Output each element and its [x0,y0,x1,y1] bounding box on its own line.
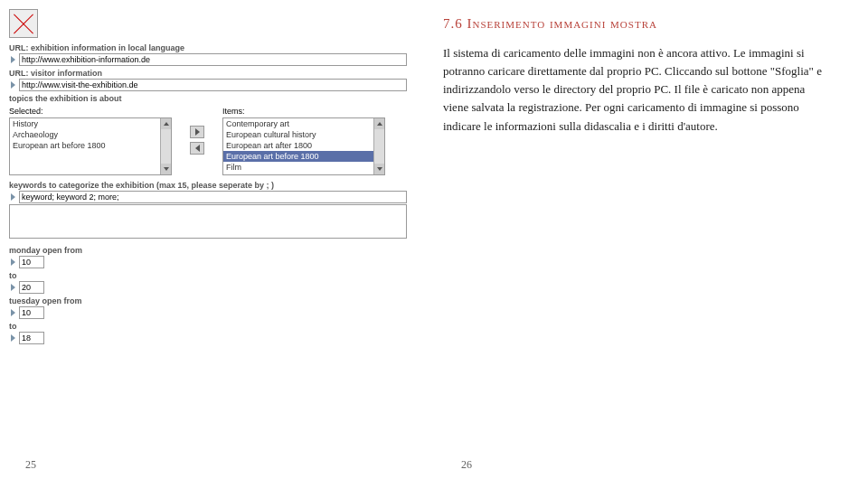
tuesday-from-input[interactable] [19,306,44,319]
monday-to-input[interactable] [19,281,44,294]
selected-sublabel: Selected: [9,107,172,116]
list-item[interactable]: Film [223,162,384,173]
broken-image-icon [9,9,38,38]
url1-label: URL: exhibition information in local lan… [9,43,407,52]
scroll-down-icon[interactable] [161,164,171,174]
form-screenshot: URL: exhibition information in local lan… [9,9,407,345]
list-item[interactable]: Contemporary art [223,118,384,129]
caret-icon [11,258,15,266]
move-right-button[interactable] [190,126,204,138]
list-item[interactable]: European art before 1800 [223,151,384,162]
list-item[interactable]: Archaeology [10,129,171,140]
page-number-right: 26 [461,458,472,472]
list-item[interactable]: European art after 1800 [223,140,384,151]
caret-icon [11,56,15,63]
keywords-textarea[interactable] [9,204,407,239]
topics-label: topics the exhibition is about [9,94,407,103]
caret-icon [11,309,15,316]
caret-icon [11,81,15,89]
section-title: 7.6 Inserimento immagini mostra [443,16,823,32]
selected-listbox[interactable]: History Archaeology European art before … [9,117,172,175]
list-item[interactable]: History [10,118,171,129]
list-item[interactable]: European art before 1800 [10,140,171,151]
items-listbox[interactable]: Contemporary art European cultural histo… [222,117,385,175]
url2-label: URL: visitor information [9,69,407,78]
scroll-up-icon[interactable] [374,118,384,129]
article-column: 7.6 Inserimento immagini mostra Il siste… [443,9,823,345]
scrollbar[interactable] [160,118,171,174]
monday-from-label: monday open from [9,246,407,255]
caret-icon [11,334,15,342]
article-body: Il sistema di caricamento delle immagini… [443,44,823,136]
to-label-2: to [9,322,407,331]
caret-icon [11,193,15,201]
items-sublabel: Items: [222,107,385,116]
scrollbar[interactable] [373,118,384,174]
page-number-left: 25 [25,458,36,472]
to-label: to [9,271,407,280]
url2-input[interactable] [19,79,407,91]
monday-from-input[interactable] [19,256,44,268]
keywords-input[interactable] [19,191,407,203]
caret-icon [11,284,15,291]
tuesday-from-label: tuesday open from [9,296,407,305]
keywords-label: keywords to categorize the exhibition (m… [9,181,407,190]
list-item[interactable]: European cultural history [223,129,384,140]
scroll-down-icon[interactable] [374,164,384,174]
scroll-up-icon[interactable] [161,118,171,129]
move-left-button[interactable] [190,142,204,155]
tuesday-to-input[interactable] [19,332,44,344]
url1-input[interactable] [19,53,407,66]
list-item[interactable]: History of Art [223,173,384,175]
